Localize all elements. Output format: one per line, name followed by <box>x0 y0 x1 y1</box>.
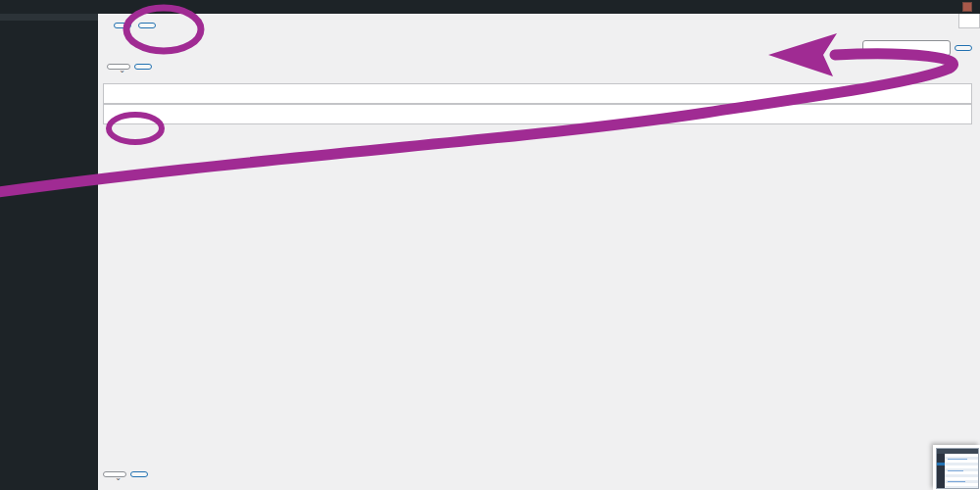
page-header <box>107 23 176 28</box>
table-footer-row <box>104 104 971 123</box>
apply-button[interactable] <box>130 471 148 477</box>
search-events-button[interactable] <box>955 45 972 51</box>
chevron-down-icon: ⌄ <box>119 66 125 74</box>
table-header-row <box>104 84 971 104</box>
bulk-actions-select[interactable]: ⌄ <box>107 64 130 70</box>
avatar <box>962 2 972 12</box>
search-input[interactable] <box>862 40 951 56</box>
screen-options-tab[interactable] <box>958 14 980 28</box>
admin-toolbar <box>0 0 980 14</box>
chevron-down-icon: ⌄ <box>115 473 122 482</box>
apply-button[interactable] <box>134 64 152 70</box>
admin-sidebar <box>0 14 98 490</box>
wordpress-admin-screen: ⌄ ⌄ <box>0 0 980 490</box>
events-table <box>103 83 972 124</box>
search-area <box>862 40 972 56</box>
manager-button[interactable] <box>138 23 156 28</box>
admin-toolbar-account[interactable] <box>958 2 972 12</box>
main-content: ⌄ ⌄ <box>98 14 980 490</box>
add-new-button[interactable] <box>114 23 131 28</box>
events-submenu <box>0 14 98 21</box>
bulk-actions-toolbar-bottom: ⌄ <box>103 471 148 477</box>
screenshot-thumbnail[interactable] <box>933 445 980 490</box>
bulk-actions-toolbar-top: ⌄ <box>107 64 152 70</box>
bulk-actions-select[interactable]: ⌄ <box>103 471 126 477</box>
screenshot-thumbnail-image <box>936 448 979 489</box>
